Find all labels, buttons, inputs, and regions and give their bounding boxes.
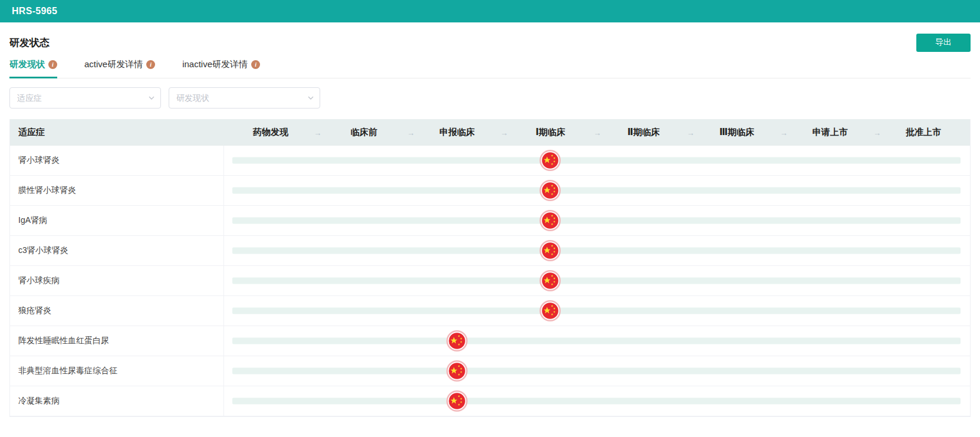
progress-cell — [224, 206, 970, 235]
progress-cell — [224, 296, 970, 326]
status-filter[interactable] — [169, 87, 320, 109]
stage-header-cell: 临床前 → — [317, 119, 410, 146]
table-row: 非典型溶血性尿毒症综合征 — [10, 356, 970, 386]
progress-track — [232, 218, 961, 224]
progress-track — [232, 368, 961, 374]
stage-header-cell: Ⅰ期临床 → — [504, 119, 597, 146]
indication-cell: c3肾小球肾炎 — [10, 236, 224, 265]
stage-header-cell: 药物发现 → — [224, 119, 317, 146]
progress-track — [232, 278, 961, 284]
table-header: 适应症 药物发现 → 临床前 → 申报临床 → Ⅰ期临床 → Ⅱ期临床 → Ⅲ期… — [10, 119, 970, 146]
indication-cell: 膜性肾小球肾炎 — [10, 176, 224, 205]
tab-rd-status[interactable]: 研发现状 i — [9, 59, 57, 78]
stage-header-label: Ⅰ期临床 — [535, 127, 565, 138]
stage-header-cell: Ⅲ期临床 → — [690, 119, 784, 146]
stage-header-cell: 申请上市 → — [784, 119, 877, 146]
table-row: c3肾小球肾炎 — [10, 236, 970, 266]
stage-header-label: 申请上市 — [813, 127, 848, 138]
table-row: IgA肾病 — [10, 206, 970, 236]
china-flag-icon — [539, 270, 561, 292]
china-flag-marker[interactable] — [539, 179, 561, 202]
china-flag-marker[interactable] — [539, 270, 561, 292]
stage-headers: 药物发现 → 临床前 → 申报临床 → Ⅰ期临床 → Ⅱ期临床 → Ⅲ期临床 →… — [224, 119, 970, 146]
indication-cell: 非典型溶血性尿毒症综合征 — [10, 356, 224, 386]
filter-bar — [9, 87, 971, 109]
table-row: 肾小球疾病 — [10, 266, 970, 296]
progress-track — [232, 308, 961, 314]
table-body: 肾小球肾炎 膜性肾小球肾炎 — [10, 146, 970, 416]
page-title: 研发状态 — [9, 36, 50, 50]
china-flag-marker[interactable] — [539, 239, 561, 262]
progress-cell — [224, 176, 970, 205]
tab-bar: 研发现状 i active研发详情 i inactive研发详情 i — [9, 59, 971, 78]
indication-filter[interactable] — [9, 87, 161, 109]
indication-cell: 肾小球肾炎 — [10, 146, 224, 175]
indication-cell: IgA肾病 — [10, 206, 224, 235]
info-icon[interactable]: i — [48, 60, 57, 69]
section-header: 研发状态 导出 — [9, 31, 971, 54]
china-flag-icon — [539, 209, 561, 232]
stage-header-cell: 申报临床 → — [410, 119, 504, 146]
stage-header-label: 临床前 — [351, 127, 377, 138]
stage-header-label: 批准上市 — [906, 127, 941, 138]
info-icon[interactable]: i — [146, 60, 155, 69]
progress-track — [232, 157, 961, 164]
stage-header-cell: 批准上市 → — [877, 119, 970, 146]
indication-filter-input[interactable] — [9, 87, 161, 109]
progress-track — [232, 338, 961, 344]
main-content: 研发状态 导出 研发现状 i active研发详情 i inactive研发详情… — [0, 31, 980, 417]
top-bar: HRS-5965 — [0, 0, 980, 22]
indication-header: 适应症 — [10, 119, 224, 146]
progress-cell — [224, 236, 970, 265]
stage-header-label: 申报临床 — [439, 127, 475, 138]
china-flag-icon — [539, 239, 561, 262]
tab-active-details[interactable]: active研发详情 i — [84, 59, 155, 78]
china-flag-marker[interactable] — [539, 149, 561, 172]
table-row: 阵发性睡眠性血红蛋白尿 — [10, 326, 970, 356]
china-flag-marker[interactable] — [446, 360, 468, 382]
china-flag-icon — [539, 300, 561, 322]
indication-cell: 肾小球疾病 — [10, 266, 224, 295]
tab-inactive-details[interactable]: inactive研发详情 i — [182, 59, 260, 78]
china-flag-marker[interactable] — [446, 390, 468, 412]
indication-cell: 冷凝集素病 — [10, 386, 224, 416]
status-filter-input[interactable] — [169, 87, 320, 109]
progress-track — [232, 188, 961, 194]
table-row: 冷凝集素病 — [10, 386, 970, 416]
china-flag-marker[interactable] — [539, 209, 561, 232]
progress-track — [232, 398, 961, 405]
progress-track — [232, 248, 961, 254]
china-flag-icon — [446, 360, 468, 382]
progress-cell — [224, 266, 970, 295]
progress-cell — [224, 356, 970, 386]
stage-header-label: Ⅱ期临床 — [627, 127, 660, 138]
progress-cell — [224, 326, 970, 356]
china-flag-icon — [446, 330, 468, 352]
drug-title: HRS-5965 — [12, 6, 57, 17]
china-flag-marker[interactable] — [446, 330, 468, 352]
rd-status-table: 适应症 药物发现 → 临床前 → 申报临床 → Ⅰ期临床 → Ⅱ期临床 → Ⅲ期… — [9, 119, 971, 417]
stage-header-label: 药物发现 — [253, 127, 288, 138]
table-row: 狼疮肾炎 — [10, 296, 970, 326]
indication-cell: 狼疮肾炎 — [10, 296, 224, 326]
china-flag-icon — [539, 149, 561, 172]
tab-label: active研发详情 — [84, 59, 143, 70]
tab-label: 研发现状 — [9, 59, 45, 70]
progress-cell — [224, 386, 970, 416]
info-icon[interactable]: i — [251, 60, 260, 69]
export-button[interactable]: 导出 — [916, 34, 971, 52]
china-flag-icon — [539, 179, 561, 202]
stage-header-label: Ⅲ期临床 — [719, 127, 754, 138]
china-flag-icon — [446, 390, 468, 412]
table-row: 膜性肾小球肾炎 — [10, 176, 970, 206]
table-row: 肾小球肾炎 — [10, 146, 970, 176]
tab-label: inactive研发详情 — [182, 59, 248, 70]
progress-cell — [224, 146, 970, 175]
stage-header-cell: Ⅱ期临床 → — [597, 119, 690, 146]
indication-cell: 阵发性睡眠性血红蛋白尿 — [10, 326, 224, 356]
china-flag-marker[interactable] — [539, 300, 561, 322]
